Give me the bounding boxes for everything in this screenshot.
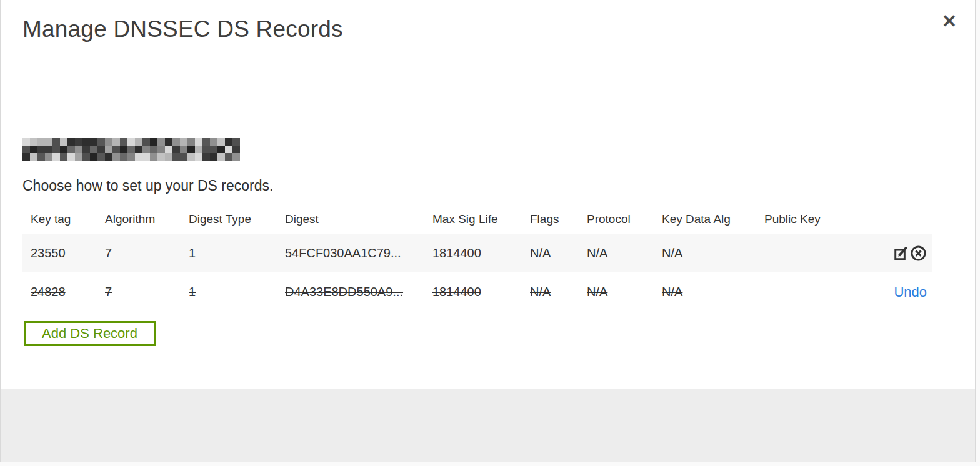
cell-digest: 54FCF030AA1C79...	[285, 246, 432, 260]
cell-protocol: N/A	[587, 285, 662, 299]
cell-key-tag: 24828	[31, 285, 105, 299]
page-title: Manage DNSSEC DS Records	[22, 16, 343, 42]
table-row: 23550 7 1 54FCF030AA1C79... 1814400 N/A …	[22, 234, 932, 272]
col-header-digest: Digest	[285, 212, 432, 226]
col-header-digest-type: Digest Type	[189, 212, 285, 226]
table-header-row: Key tag Algorithm Digest Type Digest Max…	[22, 205, 932, 234]
col-header-key-data-alg: Key Data Alg	[662, 212, 764, 226]
dnssec-dialog: Manage DNSSEC DS Records ✕ Choose how to…	[0, 0, 976, 462]
cell-key-tag: 23550	[31, 246, 105, 260]
cell-digest-type: 1	[189, 285, 285, 299]
cell-max-sig-life: 1814400	[432, 285, 530, 299]
cell-key-data-alg: N/A	[662, 285, 764, 299]
col-header-algorithm: Algorithm	[105, 212, 189, 226]
cell-max-sig-life: 1814400	[432, 246, 530, 260]
cell-flags: N/A	[530, 285, 587, 299]
col-header-flags: Flags	[530, 212, 587, 226]
ds-records-table: Key tag Algorithm Digest Type Digest Max…	[22, 205, 932, 312]
table-row-deleted: 24828 7 1 D4A33E8DD550A9... 1814400 N/A …	[22, 272, 932, 312]
cell-algorithm: 7	[105, 285, 189, 299]
cell-protocol: N/A	[587, 246, 662, 260]
close-icon[interactable]: ✕	[938, 10, 961, 32]
dialog-footer: Save Cancel	[1, 389, 975, 462]
subtitle-text: Choose how to set up your DS records.	[22, 177, 273, 194]
undo-link[interactable]: Undo	[894, 284, 927, 300]
cell-digest-type: 1	[189, 246, 285, 260]
cell-algorithm: 7	[105, 246, 189, 260]
cell-digest: D4A33E8DD550A9...	[285, 285, 432, 299]
redacted-domain	[22, 138, 240, 161]
cell-flags: N/A	[530, 246, 587, 260]
edit-icon[interactable]	[892, 245, 909, 262]
col-header-max-sig-life: Max Sig Life	[432, 212, 530, 226]
add-ds-record-button[interactable]: Add DS Record	[24, 321, 156, 346]
cell-key-data-alg: N/A	[662, 246, 764, 260]
col-header-key-tag: Key tag	[31, 212, 105, 226]
delete-icon[interactable]	[909, 245, 927, 262]
col-header-protocol: Protocol	[587, 212, 662, 226]
col-header-public-key: Public Key	[764, 212, 858, 226]
